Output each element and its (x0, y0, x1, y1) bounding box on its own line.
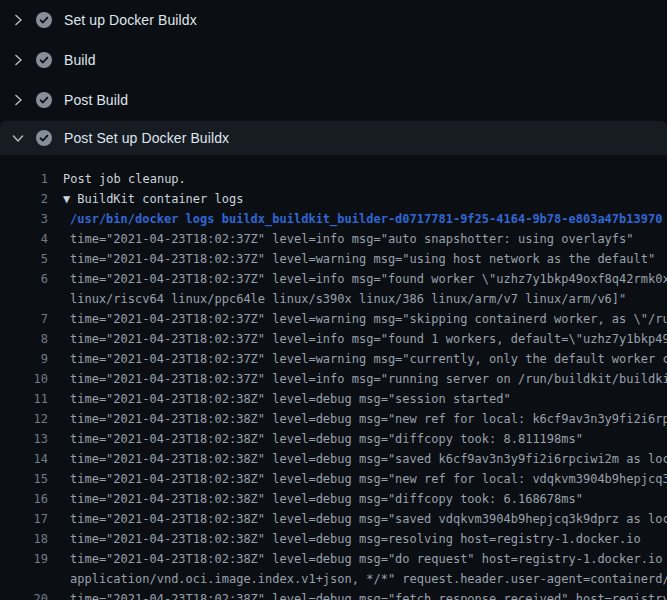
chevron-right-icon[interactable] (10, 52, 26, 68)
log-line[interactable]: 14 time="2021-04-23T18:02:38Z" level=deb… (0, 449, 667, 469)
step-header[interactable]: Set up Docker Buildx (0, 0, 667, 40)
log-line-text: time="2021-04-23T18:02:38Z" level=debug … (48, 489, 583, 509)
log-line-text: time="2021-04-23T18:02:37Z" level=warnin… (48, 249, 655, 269)
step-header[interactable]: Post Set up Docker Buildx (0, 121, 667, 155)
log-line-text: time="2021-04-23T18:02:37Z" level=info m… (48, 269, 667, 289)
step-list: Set up Docker Buildx Build P (0, 0, 667, 155)
group-collapse-triangle-icon[interactable]: ▼ (63, 192, 70, 206)
log-line-number: 19 (0, 549, 48, 569)
log-line-text: application/vnd.oci.image.index.v1+json,… (48, 569, 667, 589)
log-line-number: 12 (0, 409, 48, 429)
log-line-text: time="2021-04-23T18:02:38Z" level=debug … (48, 409, 667, 429)
check-circle-icon (36, 12, 52, 28)
log-line[interactable]: 2 ▼BuildKit container logs (0, 189, 667, 209)
log-line-number: 10 (0, 369, 48, 389)
log-line-text: time="2021-04-23T18:02:38Z" level=debug … (48, 549, 667, 569)
log-line-number: 8 (0, 329, 48, 349)
log-area: 1 Post job cleanup. 2 ▼BuildKit containe… (0, 169, 667, 600)
chevron-right-icon[interactable] (10, 12, 26, 28)
log-line-number: 20 (0, 589, 48, 600)
log-line-number: 5 (0, 249, 48, 269)
log-line-number: 18 (0, 529, 48, 549)
log-line[interactable]: 3 /usr/bin/docker logs buildx_buildkit_b… (0, 209, 667, 229)
log-line-number: 1 (0, 169, 48, 189)
step-title: Post Build (64, 92, 128, 108)
log-line-text: time="2021-04-23T18:02:38Z" level=debug … (48, 589, 667, 600)
log-line-text: ▼BuildKit container logs (48, 189, 243, 209)
log-line-number: 6 (0, 269, 48, 289)
log-line-number (0, 289, 48, 309)
log-line-text: /usr/bin/docker logs buildx_buildkit_bui… (48, 209, 662, 229)
log-line-text: time="2021-04-23T18:02:38Z" level=debug … (48, 509, 667, 529)
log-line-text: time="2021-04-23T18:02:38Z" level=debug … (48, 529, 641, 549)
log-line[interactable]: 18 time="2021-04-23T18:02:38Z" level=deb… (0, 529, 667, 549)
log-line-text: time="2021-04-23T18:02:38Z" level=debug … (48, 449, 667, 469)
log-line-text: time="2021-04-23T18:02:37Z" level=warnin… (48, 349, 667, 369)
log-line-number (0, 569, 48, 589)
log-line-text: time="2021-04-23T18:02:37Z" level=warnin… (48, 309, 667, 329)
log-line-number: 17 (0, 509, 48, 529)
log-line[interactable]: 17 time="2021-04-23T18:02:38Z" level=deb… (0, 509, 667, 529)
step-title: Set up Docker Buildx (64, 12, 197, 28)
log-line[interactable]: 13 time="2021-04-23T18:02:38Z" level=deb… (0, 429, 667, 449)
log-line-number: 9 (0, 349, 48, 369)
log-line-number: 15 (0, 469, 48, 489)
log-line[interactable]: 16 time="2021-04-23T18:02:38Z" level=deb… (0, 489, 667, 509)
log-line[interactable]: 8 time="2021-04-23T18:02:37Z" level=info… (0, 329, 667, 349)
log-line[interactable]: 12 time="2021-04-23T18:02:38Z" level=deb… (0, 409, 667, 429)
log-line[interactable]: 10 time="2021-04-23T18:02:37Z" level=inf… (0, 369, 667, 389)
log-line-text: time="2021-04-23T18:02:37Z" level=info m… (48, 329, 667, 349)
log-line-number: 7 (0, 309, 48, 329)
step-header[interactable]: Post Build (0, 80, 667, 120)
log-line-number: 11 (0, 389, 48, 409)
log-line-number: 13 (0, 429, 48, 449)
log-line[interactable]: 19 time="2021-04-23T18:02:38Z" level=deb… (0, 549, 667, 569)
log-line-text: time="2021-04-23T18:02:38Z" level=debug … (48, 429, 583, 449)
log-line[interactable]: 15 time="2021-04-23T18:02:38Z" level=deb… (0, 469, 667, 489)
log-line-number: 2 (0, 189, 48, 209)
check-circle-icon (36, 92, 52, 108)
log-line[interactable]: 4 time="2021-04-23T18:02:37Z" level=info… (0, 229, 667, 249)
log-line[interactable]: application/vnd.oci.image.index.v1+json,… (0, 569, 667, 589)
log-line[interactable]: 7 time="2021-04-23T18:02:37Z" level=warn… (0, 309, 667, 329)
log-line[interactable]: linux/riscv64 linux/ppc64le linux/s390x … (0, 289, 667, 309)
log-line[interactable]: 1 Post job cleanup. (0, 169, 667, 189)
log-line-text: time="2021-04-23T18:02:38Z" level=debug … (48, 469, 667, 489)
actions-log-viewer: { "theme": { "background": "#0b0e13", "e… (0, 0, 667, 600)
chevron-down-icon[interactable] (10, 130, 26, 146)
log-line[interactable]: 5 time="2021-04-23T18:02:37Z" level=warn… (0, 249, 667, 269)
log-line-number: 3 (0, 209, 48, 229)
log-line[interactable]: 11 time="2021-04-23T18:02:38Z" level=deb… (0, 389, 667, 409)
log-line[interactable]: 9 time="2021-04-23T18:02:37Z" level=warn… (0, 349, 667, 369)
check-circle-icon (36, 130, 52, 146)
log-line[interactable]: 6 time="2021-04-23T18:02:37Z" level=info… (0, 269, 667, 289)
log-line-number: 4 (0, 229, 48, 249)
step-header[interactable]: Build (0, 40, 667, 80)
step-title: Build (64, 52, 96, 68)
log-line-text: time="2021-04-23T18:02:38Z" level=debug … (48, 389, 511, 409)
check-circle-icon (36, 52, 52, 68)
log-line-text: time="2021-04-23T18:02:37Z" level=info m… (48, 229, 634, 249)
chevron-right-icon[interactable] (10, 92, 26, 108)
log-line-text: time="2021-04-23T18:02:37Z" level=info m… (48, 369, 667, 389)
step-title: Post Set up Docker Buildx (64, 130, 229, 146)
log-line-number: 14 (0, 449, 48, 469)
log-line-text: Post job cleanup. (48, 169, 186, 189)
log-line-text: linux/riscv64 linux/ppc64le linux/s390x … (48, 289, 626, 309)
log-line-number: 16 (0, 489, 48, 509)
log-line[interactable]: 20 time="2021-04-23T18:02:38Z" level=deb… (0, 589, 667, 600)
